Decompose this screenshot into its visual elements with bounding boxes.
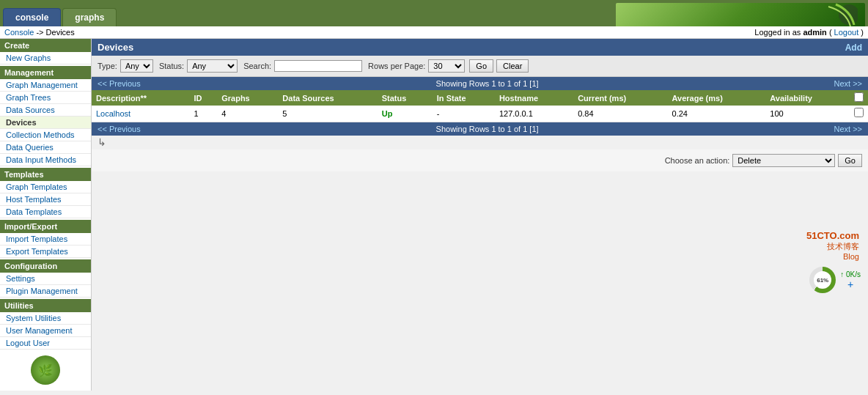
page-header: Devices Add [92,39,868,56]
col-availability: Availability [765,90,850,106]
sidebar-item-collection-methods[interactable]: Collection Methods [0,129,91,141]
nav-info-bottom: Showing Rows 1 to 1 of 1 [1] [436,125,539,133]
sidebar-item-graph-trees[interactable]: Graph Trees [0,92,91,104]
cell-status: Up [378,106,433,122]
breadcrumb-current: Devices [46,28,75,37]
nav-info-top: Showing Rows 1 to 1 of 1 [1] [436,79,539,88]
sidebar-item-graph-management[interactable]: Graph Management [0,79,91,92]
sidebar-section-templates: Templates [0,168,91,181]
cell-id: 1 [189,106,217,122]
sidebar-item-devices[interactable]: Devices [0,117,91,129]
page-title: Devices [98,42,133,53]
login-info: Logged in as admin ( Logout ) [754,28,864,37]
sidebar-item-plugin-management[interactable]: Plugin Management [0,285,91,298]
action-bar: Choose an action: Delete Go [92,149,868,171]
breadcrumb: Console -> Devices Logged in as admin ( … [0,26,868,39]
type-select[interactable]: Any [120,59,153,73]
col-hostname: Hostname [495,90,573,106]
col-in-state: In State [433,90,495,106]
col-data-sources: Data Sources [278,90,377,106]
cell-average: 0.24 [668,106,766,122]
col-graphs: Graphs [217,90,278,106]
type-label: Type: [98,62,117,70]
cell-graphs: 4 [217,106,278,122]
col-average: Average (ms) [668,90,766,106]
cell-hostname: 127.0.0.1 [495,106,573,122]
console-tab[interactable]: console [3,8,61,26]
sidebar-item-host-templates[interactable]: Host Templates [0,193,91,206]
sidebar-section-configuration: Configuration [0,259,91,273]
content-area: Devices Add Type: Any Status: Any Up Dow… [92,39,868,391]
action-select[interactable]: Delete [732,154,835,167]
cell-availability: 100 [765,106,850,122]
breadcrumb-console[interactable]: Console [4,28,34,37]
col-checkbox [850,90,868,106]
devices-table: << Previous Showing Rows 1 to 1 of 1 [1]… [92,77,868,136]
sidebar-item-graph-templates[interactable]: Graph Templates [0,181,91,193]
sidebar-item-import-templates[interactable]: Import Templates [0,233,91,246]
column-headers: Description** ID Graphs Data Sources Sta… [92,90,868,106]
clear-button[interactable]: Clear [496,59,529,73]
status-label: Status: [159,62,184,70]
sidebar-item-logout-user[interactable]: Logout User [0,337,91,350]
row-checkbox[interactable] [854,108,864,117]
sidebar-item-system-utilities[interactable]: System Utilities [0,312,91,325]
nav-row-bottom: << Previous Showing Rows 1 to 1 of 1 [1]… [92,122,868,136]
device-link[interactable]: Localhost [96,109,130,118]
sidebar-item-data-sources[interactable]: Data Sources [0,104,91,117]
logout-link[interactable]: Logout [834,28,859,37]
search-input[interactable] [274,60,362,72]
logo-area [616,3,865,26]
select-all-checkbox[interactable] [854,92,864,102]
sidebar-section-utilities: Utilities [0,299,91,312]
graphs-tab[interactable]: graphs [62,8,117,26]
prev-link-bottom[interactable]: << Previous [98,125,141,133]
next-link-top[interactable]: Next >> [834,79,862,88]
sidebar-section-import-export: Import/Export [0,220,91,233]
rows-label: Rows per Page: [368,62,425,70]
prev-link-top[interactable]: << Previous [98,79,141,88]
col-id: ID [189,90,217,106]
cell-data-sources: 5 [278,106,377,122]
cell-current: 0.84 [573,106,667,122]
sidebar-item-settings[interactable]: Settings [0,273,91,285]
cell-in-state: - [433,106,495,122]
sub-icon: ↳ [98,136,106,148]
search-label: Search: [243,62,271,70]
next-link-bottom[interactable]: Next >> [834,125,862,133]
sidebar-item-data-queries[interactable]: Data Queries [0,141,91,154]
sidebar-item-data-input-methods[interactable]: Data Input Methods [0,154,91,166]
col-current: Current (ms) [573,90,667,106]
action-label: Choose an action: [665,156,730,165]
network-indicator: ↑ 0K/s + [840,270,861,290]
sidebar-item-new-graphs[interactable]: New Graphs [0,52,91,64]
filter-bar: Type: Any Status: Any Up Down Disabled S… [92,56,868,77]
add-link[interactable]: Add [845,43,862,53]
go-button[interactable]: Go [469,59,493,73]
action-go-button[interactable]: Go [838,154,862,167]
sidebar-item-data-templates[interactable]: Data Templates [0,206,91,218]
cpu-indicator: 61% [809,267,836,293]
sidebar-section-create: Create [0,39,91,52]
nav-row-top: << Previous Showing Rows 1 to 1 of 1 [1]… [92,77,868,90]
col-description[interactable]: Description** [92,90,189,106]
sidebar-section-management: Management [0,66,91,79]
sidebar-item-user-management[interactable]: User Management [0,325,91,337]
sidebar-item-export-templates[interactable]: Export Templates [0,246,91,258]
sidebar-bottom-icon: 🌿 [0,350,91,391]
status-select[interactable]: Any Up Down Disabled [187,59,238,73]
table-row: Localhost 1 4 5 Up - 127.0.0.1 0.84 0.24… [92,106,868,122]
watermark: 51CTO.com 技术博客 Blog [806,230,859,261]
sidebar: Create New Graphs Management Graph Manag… [0,39,92,391]
col-status: Status [378,90,433,106]
rows-select[interactable]: 10 20 30 50 100 [428,59,465,73]
logo-icon [814,3,858,26]
